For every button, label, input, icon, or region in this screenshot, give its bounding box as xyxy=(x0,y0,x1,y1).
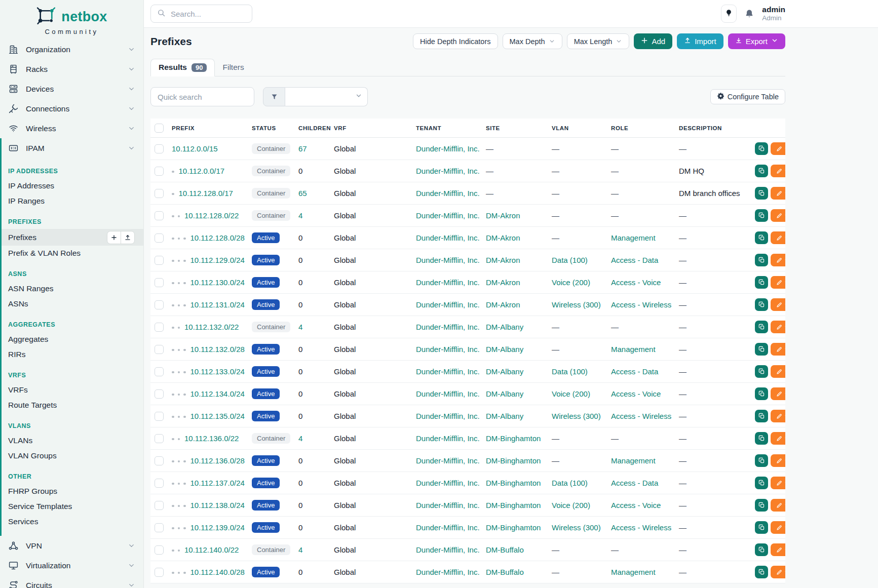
copy-button[interactable] xyxy=(755,566,768,578)
tenant-link[interactable]: Dunder-Mifflin, Inc. xyxy=(416,167,480,175)
prefix-link[interactable]: 10.112.133.0/24 xyxy=(190,367,245,376)
role-link[interactable]: Access - Data xyxy=(611,256,658,264)
site-link[interactable]: DM-Albany xyxy=(486,412,523,420)
edit-button[interactable] xyxy=(771,142,785,155)
edit-button[interactable] xyxy=(771,321,785,333)
tenant-link[interactable]: Dunder-Mifflin, Inc. xyxy=(416,367,480,376)
copy-button[interactable] xyxy=(755,454,768,467)
vlan-link[interactable]: Data (100) xyxy=(552,256,588,264)
prefix-link[interactable]: 10.112.138.0/24 xyxy=(190,501,245,509)
tenant-link[interactable]: Dunder-Mifflin, Inc. xyxy=(416,479,480,487)
tenant-link[interactable]: Dunder-Mifflin, Inc. xyxy=(416,300,480,309)
copy-button[interactable] xyxy=(755,276,768,289)
site-link[interactable]: DM-Akron xyxy=(486,233,520,242)
site-link[interactable]: DM-Binghamton xyxy=(486,434,541,443)
site-link[interactable]: DM-Albany xyxy=(486,323,523,331)
edit-button[interactable] xyxy=(771,365,785,378)
edit-button[interactable] xyxy=(771,410,785,422)
edit-button[interactable] xyxy=(771,499,785,512)
sidebar-item-circuits[interactable]: Circuits xyxy=(0,575,143,588)
vlan-link[interactable]: Voice (200) xyxy=(552,389,590,398)
sidebar-item-route-targets[interactable]: Route Targets xyxy=(2,398,143,413)
edit-button[interactable] xyxy=(771,276,785,289)
prefix-link[interactable]: 10.112.128.0/28 xyxy=(190,233,245,242)
tenant-link[interactable]: Dunder-Mifflin, Inc. xyxy=(416,211,480,220)
prefix-link[interactable]: 10.112.136.0/22 xyxy=(184,434,239,443)
edit-button[interactable] xyxy=(771,343,785,356)
sidebar-item-ip-addresses[interactable]: IP Addresses xyxy=(2,178,143,193)
copy-button[interactable] xyxy=(755,321,768,333)
copy-button[interactable] xyxy=(755,365,768,378)
edit-button[interactable] xyxy=(771,387,785,400)
row-checkbox[interactable] xyxy=(155,167,164,176)
children-count-link[interactable]: 4 xyxy=(298,323,302,331)
max-length-dropdown[interactable]: Max Length xyxy=(567,33,630,49)
tenant-link[interactable]: Dunder-Mifflin, Inc. xyxy=(416,568,480,576)
row-checkbox[interactable] xyxy=(155,256,164,265)
row-checkbox[interactable] xyxy=(155,323,164,332)
configure-table-button[interactable]: Configure Table xyxy=(710,89,785,104)
site-link[interactable]: DM-Albany xyxy=(486,389,523,398)
role-link[interactable]: Management xyxy=(611,233,656,242)
import-button[interactable]: Import xyxy=(677,33,723,49)
sidebar-item-wireless[interactable]: Wireless xyxy=(0,119,143,138)
copy-button[interactable] xyxy=(755,387,768,400)
tenant-link[interactable]: Dunder-Mifflin, Inc. xyxy=(416,256,480,264)
add-button[interactable]: Add xyxy=(634,33,672,49)
role-link[interactable]: Access - Voice xyxy=(611,278,661,287)
sidebar-item-connections[interactable]: Connections xyxy=(0,99,143,119)
row-checkbox[interactable] xyxy=(155,189,164,198)
prefix-link[interactable]: 10.112.132.0/28 xyxy=(190,345,245,354)
copy-button[interactable] xyxy=(755,343,768,356)
tenant-link[interactable]: Dunder-Mifflin, Inc. xyxy=(416,278,480,287)
role-link[interactable]: Access - Data xyxy=(611,367,658,376)
quick-search-input[interactable] xyxy=(150,87,254,106)
sidebar-item-racks[interactable]: Racks xyxy=(0,59,143,79)
sidebar-item-aggregates[interactable]: Aggregates xyxy=(2,332,143,347)
edit-button[interactable] xyxy=(771,477,785,489)
site-link[interactable]: DM-Binghamton xyxy=(486,456,541,465)
sidebar-item-vpn[interactable]: VPN xyxy=(0,536,143,556)
tab-filters[interactable]: Filters xyxy=(215,59,251,76)
quick-import-button[interactable] xyxy=(121,231,135,244)
row-checkbox[interactable] xyxy=(155,568,164,577)
role-link[interactable]: Access - Voice xyxy=(611,389,661,398)
role-link[interactable]: Access - Wireless xyxy=(611,300,671,309)
sidebar-item-fhrp-groups[interactable]: FHRP Groups xyxy=(2,484,143,499)
copy-button[interactable] xyxy=(755,165,768,177)
prefix-link[interactable]: 10.112.137.0/24 xyxy=(190,479,245,487)
row-checkbox[interactable] xyxy=(155,278,164,287)
vlan-link[interactable]: Voice (200) xyxy=(552,278,590,287)
sidebar-item-prefix-vlan-roles[interactable]: Prefix & VLAN Roles xyxy=(2,246,143,261)
children-count-link[interactable]: 67 xyxy=(298,144,307,153)
copy-button[interactable] xyxy=(755,432,768,445)
role-link[interactable]: Access - Voice xyxy=(611,501,661,509)
copy-button[interactable] xyxy=(755,142,768,155)
global-search[interactable] xyxy=(150,5,252,23)
edit-button[interactable] xyxy=(771,454,785,467)
tenant-link[interactable]: Dunder-Mifflin, Inc. xyxy=(416,144,480,153)
sidebar-item-rirs[interactable]: RIRs xyxy=(2,347,143,362)
row-checkbox[interactable] xyxy=(155,389,164,399)
tenant-link[interactable]: Dunder-Mifflin, Inc. xyxy=(416,434,480,443)
sidebar-item-ip-ranges[interactable]: IP Ranges xyxy=(2,193,143,209)
site-link[interactable]: DM-Akron xyxy=(486,256,520,264)
role-link[interactable]: Management xyxy=(611,345,656,354)
prefix-link[interactable]: 10.112.136.0/28 xyxy=(190,456,245,465)
prefix-link[interactable]: 10.112.129.0/24 xyxy=(190,256,245,264)
vlan-link[interactable]: Wireless (300) xyxy=(552,523,601,532)
row-checkbox[interactable] xyxy=(155,211,164,220)
max-depth-dropdown[interactable]: Max Depth xyxy=(503,33,562,49)
tenant-link[interactable]: Dunder-Mifflin, Inc. xyxy=(416,501,480,509)
site-link[interactable]: DM-Akron xyxy=(486,278,520,287)
copy-button[interactable] xyxy=(755,521,768,534)
children-count-link[interactable]: 4 xyxy=(298,211,302,220)
prefix-link[interactable]: 10.112.128.0/17 xyxy=(179,189,233,198)
prefix-link[interactable]: 10.112.139.0/24 xyxy=(190,523,245,532)
copy-button[interactable] xyxy=(755,231,768,244)
row-checkbox[interactable] xyxy=(155,144,164,153)
tenant-link[interactable]: Dunder-Mifflin, Inc. xyxy=(416,189,480,198)
copy-button[interactable] xyxy=(755,499,768,512)
quick-add-button[interactable] xyxy=(107,231,121,244)
edit-button[interactable] xyxy=(771,209,785,222)
